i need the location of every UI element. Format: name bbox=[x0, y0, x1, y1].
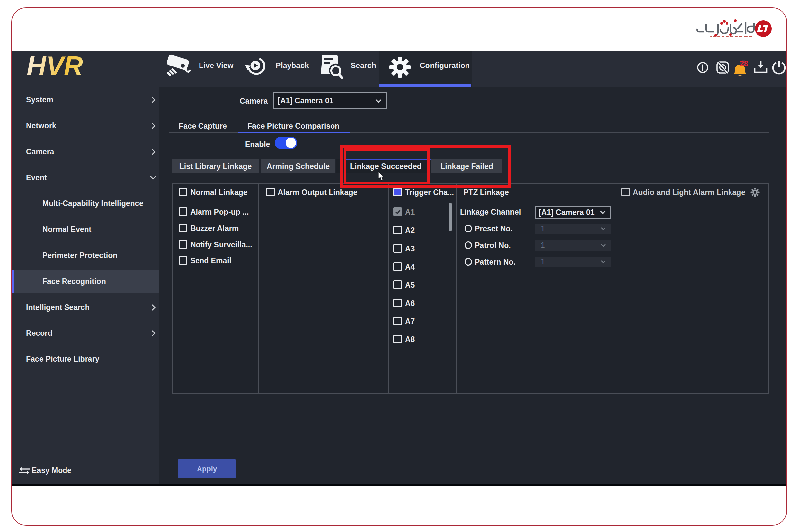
svg-text:28: 28 bbox=[740, 59, 748, 68]
